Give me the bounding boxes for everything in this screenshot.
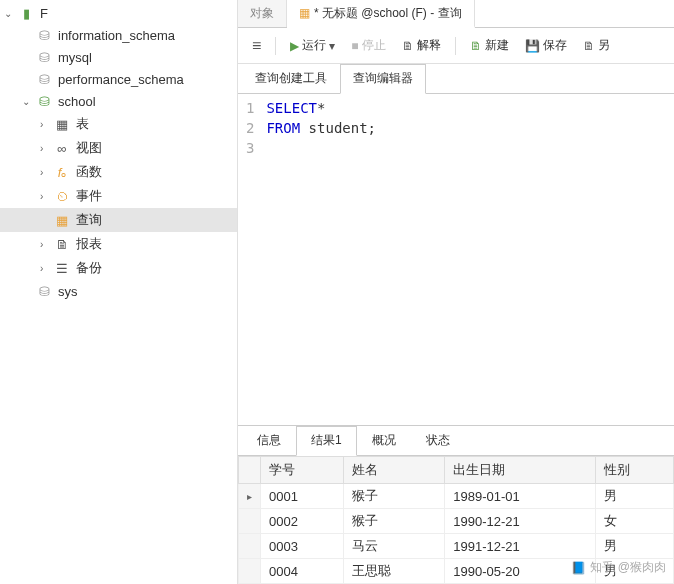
line-gutter: 1 2 3	[238, 98, 266, 421]
database-icon: ⛁	[36, 27, 52, 43]
chevron-down-icon: ⌄	[4, 8, 16, 19]
database-icon: ⛁	[36, 283, 52, 299]
backup-icon: ☰	[54, 260, 70, 276]
row-marker-current: ▸	[239, 484, 261, 509]
tree-node-views[interactable]: › ∞ 视图	[0, 136, 237, 160]
node-label: 视图	[76, 139, 102, 157]
database-icon: ⛁	[36, 93, 52, 109]
explain-button[interactable]: 🗎 解释	[396, 34, 447, 57]
table-icon: ▦	[54, 116, 70, 132]
chevron-right-icon: ›	[40, 191, 52, 202]
tab-query-untitled[interactable]: ▦ * 无标题 @school (F) - 查询	[287, 0, 475, 28]
tree-db-information-schema[interactable]: ⛁ information_schema	[0, 24, 237, 46]
col-header[interactable]: 出生日期	[445, 457, 596, 484]
tree-db-school[interactable]: ⌄ ⛁ school	[0, 90, 237, 112]
chevron-right-icon: ›	[40, 119, 52, 130]
save-button[interactable]: 💾 保存	[519, 34, 573, 57]
play-icon: ▶	[290, 39, 299, 53]
tree-db-sys[interactable]: ⛁ sys	[0, 280, 237, 302]
new-icon: 🗎	[470, 39, 482, 53]
db-label: school	[58, 94, 96, 109]
database-icon: ⛁	[36, 71, 52, 87]
zhihu-icon: 📘	[571, 561, 586, 575]
stop-icon: ■	[351, 39, 358, 53]
tab-profile[interactable]: 概况	[357, 426, 411, 455]
table-row[interactable]: 0002 猴子 1990-12-21 女	[239, 509, 674, 534]
tree-db-mysql[interactable]: ⛁ mysql	[0, 46, 237, 68]
tree-node-reports[interactable]: › 🗎 报表	[0, 232, 237, 256]
chevron-right-icon: ›	[40, 263, 52, 274]
table-row[interactable]: ▸ 0001 猴子 1989-01-01 男	[239, 484, 674, 509]
tab-info[interactable]: 信息	[242, 426, 296, 455]
query-icon: ▦	[54, 212, 70, 228]
view-icon: ∞	[54, 140, 70, 156]
connection-label: F	[40, 6, 48, 21]
node-label: 报表	[76, 235, 102, 253]
new-button[interactable]: 🗎 新建	[464, 34, 515, 57]
tree-node-queries[interactable]: ▦ 查询	[0, 208, 237, 232]
menu-icon[interactable]: ≡	[246, 35, 267, 57]
tab-objects[interactable]: 对象	[238, 0, 287, 27]
node-label: 函数	[76, 163, 102, 181]
table-header-row: 学号 姓名 出生日期 性别	[239, 457, 674, 484]
explain-icon: 🗎	[402, 39, 414, 53]
node-label: 事件	[76, 187, 102, 205]
col-header[interactable]: 学号	[261, 457, 344, 484]
chevron-down-icon: ⌄	[22, 96, 34, 107]
query-tab-bar: 查询创建工具 查询编辑器	[238, 64, 674, 94]
connection-icon: ▮	[18, 5, 34, 21]
event-icon: ⏲	[54, 188, 70, 204]
col-header[interactable]: 性别	[596, 457, 674, 484]
tab-status[interactable]: 状态	[411, 426, 465, 455]
report-icon: 🗎	[54, 236, 70, 252]
save-icon: 💾	[525, 39, 540, 53]
chevron-right-icon: ›	[40, 143, 52, 154]
watermark: 📘 知乎 @猴肉肉	[571, 559, 666, 576]
col-header[interactable]: 姓名	[344, 457, 445, 484]
sql-editor[interactable]: 1 2 3 SELECT* FROM student;	[238, 94, 674, 425]
db-label: information_schema	[58, 28, 175, 43]
dropdown-icon: ▾	[329, 39, 335, 53]
node-label: 备份	[76, 259, 102, 277]
run-button[interactable]: ▶ 运行 ▾	[284, 34, 341, 57]
sql-code[interactable]: SELECT* FROM student;	[266, 98, 376, 421]
chevron-right-icon: ›	[40, 239, 52, 250]
file-icon: 🗎	[583, 39, 595, 53]
other-button[interactable]: 🗎 另	[577, 34, 616, 57]
tab-query-builder[interactable]: 查询创建工具	[242, 64, 340, 93]
database-icon: ⛁	[36, 49, 52, 65]
db-label: sys	[58, 284, 78, 299]
tree-db-performance-schema[interactable]: ⛁ performance_schema	[0, 68, 237, 90]
stop-button[interactable]: ■ 停止	[345, 34, 391, 57]
tree-connection[interactable]: ⌄ ▮ F	[0, 2, 237, 24]
chevron-right-icon: ›	[40, 167, 52, 178]
tab-result1[interactable]: 结果1	[296, 426, 357, 456]
db-label: performance_schema	[58, 72, 184, 87]
node-label: 查询	[76, 211, 102, 229]
tab-query-editor[interactable]: 查询编辑器	[340, 64, 426, 94]
database-tree: ⌄ ▮ F ⛁ information_schema ⛁ mysql ⛁ per…	[0, 0, 238, 584]
file-tab-bar: 对象 ▦ * 无标题 @school (F) - 查询	[238, 0, 674, 28]
table-row[interactable]: 0003 马云 1991-12-21 男	[239, 534, 674, 559]
query-icon: ▦	[299, 6, 310, 20]
result-tab-bar: 信息 结果1 概况 状态	[238, 425, 674, 456]
tree-node-tables[interactable]: › ▦ 表	[0, 112, 237, 136]
tree-node-events[interactable]: › ⏲ 事件	[0, 184, 237, 208]
tree-node-functions[interactable]: › fₒ 函数	[0, 160, 237, 184]
function-icon: fₒ	[54, 164, 70, 180]
tree-node-backup[interactable]: › ☰ 备份	[0, 256, 237, 280]
toolbar: ≡ ▶ 运行 ▾ ■ 停止 🗎 解释 🗎 新建 💾 保存	[238, 28, 674, 64]
node-label: 表	[76, 115, 89, 133]
db-label: mysql	[58, 50, 92, 65]
